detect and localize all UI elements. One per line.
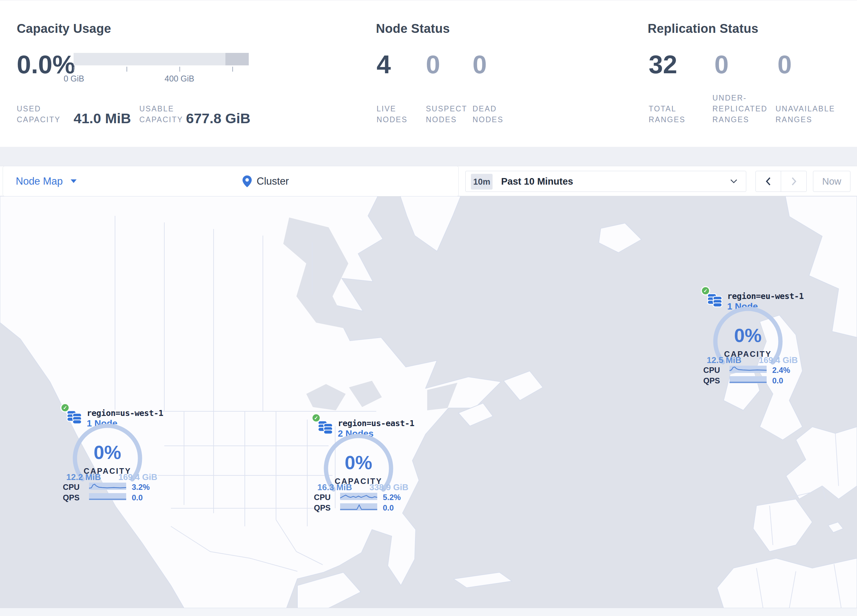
cpu-label: CPU — [60, 483, 79, 492]
view-selector-dropdown[interactable]: Node Map — [16, 166, 77, 196]
label-line: USABLE — [139, 103, 183, 114]
region-marker-us-east-1[interactable]: ✓ region=us-east-1 2 Nodes 0% CAPACITY 1… — [311, 413, 413, 519]
now-button[interactable]: Now — [813, 171, 851, 192]
total-ranges-count: 32 — [649, 52, 677, 77]
qps-sparkline — [340, 503, 377, 511]
cpu-sparkline — [730, 366, 767, 373]
region-capacity-percent: 0% — [326, 451, 391, 473]
cpu-label: CPU — [311, 493, 331, 502]
live-nodes-count: 4 — [377, 52, 391, 77]
region-capacity-percent: 0% — [715, 324, 781, 346]
label-line: USED — [17, 103, 60, 114]
unavailable-ranges-label: UNAVAILABLE RANGES — [775, 103, 835, 125]
capacity-used-percent: 0.0% — [17, 52, 75, 77]
label-line: CAPACITY — [17, 114, 60, 125]
suspect-nodes-count: 0 — [426, 52, 440, 77]
chevron-left-icon — [765, 176, 772, 186]
time-range-dropdown[interactable]: 10m Past 10 Minutes — [465, 171, 746, 192]
qps-sparkline — [730, 376, 767, 383]
capacity-axis-label-0: 0 GiB — [48, 74, 100, 83]
qps-value: 0.0 — [772, 376, 798, 385]
time-range-badge: 10m — [471, 174, 493, 190]
qps-label: QPS — [311, 503, 331, 513]
region-total-capacity: 169.4 GiB — [758, 355, 799, 365]
qps-value: 0.0 — [383, 503, 409, 513]
label-line: REPLICATED — [712, 103, 767, 114]
caret-down-icon — [71, 179, 77, 183]
label-line: UNAVAILABLE — [775, 103, 835, 114]
map-pin-icon — [242, 175, 252, 188]
time-step-forward-button[interactable] — [781, 171, 806, 191]
node-live-check-icon: ✓ — [60, 403, 70, 412]
time-step-arrows — [755, 171, 807, 192]
cpu-value: 3.2% — [132, 483, 158, 492]
qps-label: QPS — [700, 376, 720, 385]
under-replicated-label: UNDER- REPLICATED RANGES — [712, 93, 767, 125]
map-toolbar: Node Map Cluster 10m Past 10 Minutes — [0, 166, 857, 196]
unavailable-ranges-count: 0 — [778, 52, 792, 77]
view-toolbar-card: Node Map Cluster — [3, 166, 459, 196]
used-capacity-value: 41.0 MiB — [74, 110, 131, 127]
label-line: SUSPECT — [426, 103, 467, 114]
summary-stats-band: Capacity Usage 0.0% 0 GiB 400 GiB USED C… — [0, 0, 857, 147]
chevron-right-icon — [790, 176, 798, 186]
region-capacity-percent: 0% — [74, 441, 140, 463]
cpu-sparkline — [89, 483, 126, 490]
chevron-down-icon — [730, 179, 737, 184]
database-stack-icon — [707, 292, 722, 308]
node-live-check-icon: ✓ — [701, 286, 710, 295]
label-line: NODES — [426, 114, 467, 125]
breadcrumb[interactable]: Cluster — [242, 166, 289, 196]
cpu-value: 2.4% — [772, 366, 798, 375]
region-marker-eu-west-1[interactable]: ✓ region=eu-west-1 1 Node 0% CAPACITY 12… — [700, 286, 802, 391]
qps-value: 0.0 — [132, 493, 158, 502]
live-nodes-label: LIVE NODES — [377, 103, 407, 125]
label-line: NODES — [473, 114, 503, 125]
used-capacity-label: USED CAPACITY — [17, 103, 60, 125]
label-line: NODES — [377, 114, 407, 125]
capacity-axis-tick — [232, 67, 233, 72]
dead-nodes-label: DEAD NODES — [473, 103, 503, 125]
qps-sparkline — [89, 493, 126, 500]
usable-capacity-value: 677.8 GiB — [186, 110, 251, 127]
node-map[interactable]: ✓ region=us-west-1 1 Node 0% CAPACITY 12… — [0, 196, 857, 608]
label-line: RANGES — [712, 114, 767, 125]
label-line: TOTAL — [649, 103, 685, 114]
suspect-nodes-label: SUSPECT NODES — [426, 103, 467, 125]
capacity-bar-reserved-segment — [226, 53, 249, 65]
region-marker-us-west-1[interactable]: ✓ region=us-west-1 1 Node 0% CAPACITY 12… — [60, 403, 162, 508]
region-total-capacity: 338.9 GiB — [368, 482, 410, 492]
database-stack-icon — [317, 419, 333, 435]
time-range-label: Past 10 Minutes — [501, 176, 573, 187]
capacity-axis-tick — [74, 67, 74, 72]
page-bottom-strip — [0, 608, 857, 616]
label-line: RANGES — [649, 114, 685, 125]
capacity-axis-label-400: 400 GiB — [153, 74, 206, 83]
view-selector-label: Node Map — [16, 176, 63, 187]
region-label: region=us-east-1 — [338, 418, 415, 428]
region-used-capacity: 16.3 MiB — [314, 482, 355, 492]
node-status-title: Node Status — [376, 22, 450, 36]
region-label: region=us-west-1 — [87, 408, 163, 418]
usable-capacity-label: USABLE CAPACITY — [139, 103, 183, 125]
cpu-sparkline — [340, 493, 377, 500]
node-live-check-icon: ✓ — [311, 413, 321, 423]
label-line: LIVE — [377, 103, 407, 114]
region-used-capacity: 12.5 MiB — [704, 355, 745, 365]
capacity-usage-title: Capacity Usage — [17, 22, 111, 36]
cluster-overview-page: Capacity Usage 0.0% 0 GiB 400 GiB USED C… — [0, 0, 857, 616]
capacity-axis-tick — [179, 67, 180, 72]
label-line: RANGES — [775, 114, 835, 125]
world-map-graphic — [0, 196, 857, 608]
region-total-capacity: 169.4 GiB — [117, 472, 158, 482]
label-line: UNDER- — [712, 93, 767, 103]
capacity-axis-tick — [127, 67, 127, 72]
breadcrumb-label: Cluster — [257, 176, 289, 187]
replication-status-title: Replication Status — [648, 22, 758, 36]
region-used-capacity: 12.2 MiB — [63, 472, 104, 482]
database-stack-icon — [67, 409, 82, 425]
cpu-value: 5.2% — [383, 493, 409, 502]
capacity-bar — [74, 53, 249, 65]
dead-nodes-count: 0 — [473, 52, 487, 77]
time-step-back-button[interactable] — [756, 171, 781, 191]
